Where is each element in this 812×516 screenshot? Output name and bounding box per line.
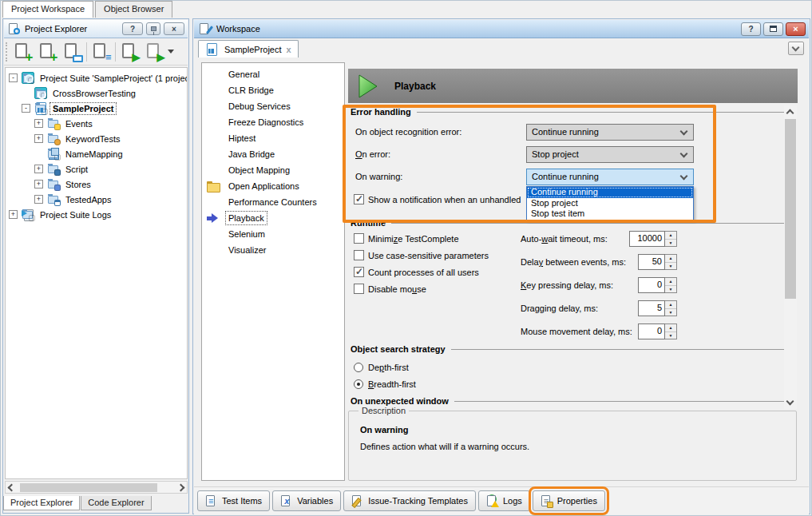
tree-item[interactable]: NameMapping: [6, 146, 187, 161]
tree-expander[interactable]: +: [34, 180, 43, 189]
tree-item[interactable]: + Events: [6, 116, 187, 131]
dropdown-option[interactable]: Continue running: [527, 187, 693, 198]
spin-value-input[interactable]: 10000: [629, 231, 665, 247]
spinner-buttons[interactable]: ▲▼: [665, 300, 677, 316]
tab-close-icon[interactable]: x: [287, 45, 291, 54]
tree-expander[interactable]: +: [34, 195, 43, 204]
run-project-suite-button[interactable]: ▶: [142, 40, 167, 64]
editor-tab[interactable]: Logs: [478, 490, 530, 511]
category-item[interactable]: Selenium: [202, 226, 344, 242]
checkbox[interactable]: [354, 250, 364, 260]
tree-item[interactable]: CrossBrowserTesting: [6, 85, 187, 101]
dropdown-option[interactable]: Stop test item: [527, 208, 693, 220]
checkbox-row[interactable]: Minimize TestComplete: [354, 233, 489, 244]
spin-down-icon[interactable]: ▼: [665, 309, 676, 316]
spinner-buttons[interactable]: ▲▼: [665, 323, 677, 339]
tree-expander[interactable]: +: [34, 119, 43, 128]
help-button[interactable]: ?: [122, 22, 143, 35]
tree-item[interactable]: + TestedApps: [6, 192, 187, 207]
spin-up-icon[interactable]: ▲: [665, 301, 676, 309]
spin-up-icon[interactable]: ▲: [665, 278, 676, 286]
tree-expander[interactable]: +: [34, 165, 43, 173]
tree-item[interactable]: + Script: [6, 161, 187, 177]
spin-down-icon[interactable]: ▼: [665, 332, 676, 339]
spin-value-input[interactable]: 5: [638, 300, 665, 316]
scrollbar-thumb[interactable]: [785, 119, 796, 299]
checkbox-row[interactable]: Count processes of all users: [354, 267, 489, 277]
category-item[interactable]: CLR Bridge: [202, 82, 344, 98]
sampleproject-tab[interactable]: SampleProject x: [198, 40, 299, 58]
spin-up-icon[interactable]: ▲: [665, 232, 676, 240]
spinner-buttons[interactable]: ▲▼: [665, 231, 677, 247]
checkbox[interactable]: [354, 194, 364, 204]
checkbox[interactable]: [354, 284, 364, 294]
notification-checkbox-row[interactable]: Show a notification when an unhandled sc: [354, 194, 526, 204]
on-object-recognition-error-combobox[interactable]: Continue running: [526, 124, 694, 141]
close-panel-button[interactable]: ×: [164, 22, 184, 35]
scroll-left-icon[interactable]: [8, 484, 16, 492]
spinner-buttons[interactable]: ▲▼: [665, 254, 677, 270]
radio-button[interactable]: [354, 363, 363, 372]
tree-item[interactable]: + Stores: [6, 177, 187, 192]
category-item[interactable]: Hiptest: [202, 130, 344, 146]
open-item-button[interactable]: [60, 40, 85, 64]
help-button[interactable]: ?: [741, 22, 761, 36]
checkbox-row[interactable]: Use case-sensitive parameters: [354, 250, 489, 260]
dropdown-option[interactable]: Stop project: [527, 198, 693, 209]
document-tab[interactable]: Project Workspace: [2, 1, 93, 18]
category-item[interactable]: Freeze Diagnostics: [202, 114, 344, 130]
spin-value-input[interactable]: 50: [638, 254, 665, 270]
scroll-up-button[interactable]: [784, 105, 797, 117]
spin-down-icon[interactable]: ▼: [665, 263, 676, 270]
category-item[interactable]: Java Bridge: [202, 146, 344, 162]
restore-button[interactable]: [763, 22, 783, 36]
spin-value-input[interactable]: 0: [638, 277, 665, 293]
radio-row[interactable]: Depth-first: [354, 361, 416, 373]
spin-value-input[interactable]: 0: [638, 323, 665, 339]
category-item[interactable]: Visualizer: [202, 242, 344, 258]
checkbox[interactable]: [354, 233, 364, 244]
spin-up-icon[interactable]: ▲: [665, 255, 676, 263]
category-item[interactable]: Debug Services: [202, 98, 344, 114]
document-tab[interactable]: Object Browser: [95, 1, 172, 18]
tree-item[interactable]: + KeywordTests: [6, 131, 187, 146]
toolbar-overflow-button[interactable]: [168, 50, 174, 54]
vertical-scrollbar[interactable]: [784, 105, 797, 409]
organize-test-items-button[interactable]: ≡: [89, 40, 113, 64]
category-item[interactable]: Object Mapping: [202, 162, 344, 178]
on-error-combobox[interactable]: Stop project: [526, 146, 694, 163]
category-item[interactable]: Open Applications: [202, 178, 344, 194]
scroll-right-icon[interactable]: [177, 484, 185, 492]
explorer-tab[interactable]: Code Explorer: [81, 496, 151, 510]
scrollbar-thumb[interactable]: [20, 483, 157, 492]
tree-item[interactable]: - SampleProject: [6, 101, 187, 116]
checkbox-row[interactable]: Disable mouse: [354, 284, 489, 294]
tree-expander[interactable]: -: [9, 73, 18, 82]
explorer-tab[interactable]: Project Explorer: [3, 496, 80, 510]
category-item[interactable]: General: [202, 66, 344, 82]
on-warning-combobox[interactable]: Continue running: [526, 169, 694, 185]
pin-button[interactable]: [146, 22, 160, 35]
editor-tab[interactable]: Properties: [533, 490, 605, 511]
radio-row[interactable]: Breadth-first: [354, 378, 416, 390]
spin-up-icon[interactable]: ▲: [665, 324, 676, 332]
category-item[interactable]: Performance Counters: [202, 194, 344, 210]
spin-down-icon[interactable]: ▼: [665, 240, 676, 247]
editor-tab[interactable]: Variables: [272, 490, 341, 511]
tab-list-dropdown-button[interactable]: [788, 42, 804, 55]
category-item[interactable]: Playback: [202, 210, 344, 226]
radio-button[interactable]: [354, 379, 363, 389]
run-project-button[interactable]: ▶: [117, 40, 142, 64]
tree-expander[interactable]: +: [9, 210, 18, 219]
close-button[interactable]: ×: [786, 22, 806, 36]
spinner-buttons[interactable]: ▲▼: [665, 277, 677, 293]
tree-item[interactable]: - Project Suite 'SampleProject' (1 proje…: [6, 70, 187, 85]
scroll-down-button[interactable]: [784, 397, 797, 409]
add-new-item-button[interactable]: +: [35, 40, 60, 64]
horizontal-scrollbar[interactable]: [5, 481, 188, 494]
tree-expander[interactable]: -: [22, 104, 30, 113]
spin-down-icon[interactable]: ▼: [665, 286, 676, 293]
tree-item[interactable]: + Project Suite Logs: [6, 207, 187, 222]
checkbox[interactable]: [354, 267, 364, 277]
editor-tab[interactable]: Test Items: [197, 490, 270, 511]
